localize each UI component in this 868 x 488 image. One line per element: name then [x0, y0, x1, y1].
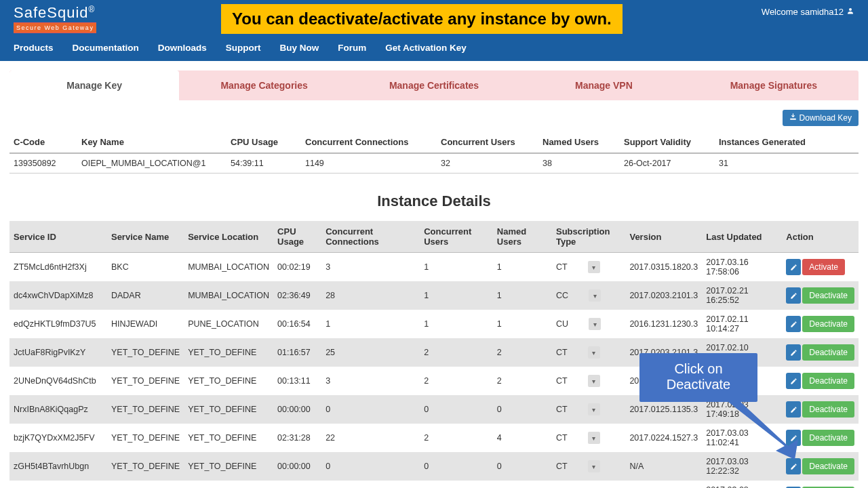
- nav-link-get-activation-key[interactable]: Get Activation Key: [385, 43, 467, 53]
- inst-cell: 2: [493, 367, 552, 395]
- inst-cell: 00:00:00: [273, 452, 321, 481]
- inst-col-header: Concurrent Connections: [321, 221, 420, 253]
- inst-cell: 1: [493, 253, 552, 282]
- edit-button[interactable]: [786, 259, 801, 275]
- inst-cell: YET_TO_DEFINE: [107, 338, 184, 367]
- chevron-down-icon[interactable]: ▾: [588, 403, 600, 415]
- tab-manage-categories[interactable]: Manage Categories: [179, 70, 349, 100]
- inst-cell: 1: [420, 281, 493, 310]
- main-nav: ProductsDocumentationDownloadsSupportBuy…: [14, 33, 854, 61]
- download-icon: [789, 113, 797, 123]
- chevron-down-icon[interactable]: ▾: [588, 375, 600, 387]
- deactivate-button[interactable]: Deactivate: [802, 344, 854, 361]
- inst-cell: NrxIBnA8KiQqagPz: [9, 395, 107, 424]
- inst-cell: 2016.1231.1230.3: [625, 310, 702, 338]
- svg-marker-1: [720, 395, 798, 460]
- inst-cell: JMqwuZLQ6hzRCUY4: [9, 481, 107, 488]
- inst-cell: ZT5McLd6ntH2f3Xj: [9, 253, 107, 282]
- inst-cell: 0: [321, 452, 420, 481]
- registered-icon: ®: [89, 5, 96, 14]
- header: SafeSquid® Secure Web Gateway You can de…: [0, 0, 868, 61]
- deactivate-button[interactable]: Deactivate: [802, 430, 854, 446]
- inst-cell: YET_TO_DEFINE: [184, 367, 273, 395]
- tab-manage-certificates[interactable]: Manage Certificates: [349, 70, 519, 100]
- inst-cell: 25: [321, 338, 420, 367]
- nav-link-products[interactable]: Products: [14, 43, 54, 53]
- key-cell: 54:39:11: [226, 153, 301, 174]
- tab-manage-key[interactable]: Manage Key: [9, 70, 179, 100]
- deactivate-button[interactable]: Deactivate: [802, 458, 854, 474]
- nav-link-documentation[interactable]: Documentation: [73, 43, 139, 53]
- inst-cell: 1: [493, 310, 552, 338]
- edit-button[interactable]: [786, 344, 801, 361]
- inst-cell: 2UNeDnQV64dShCtb: [9, 367, 107, 395]
- inst-cell: 2017.0203.2101.3: [625, 281, 702, 310]
- edit-button[interactable]: [786, 373, 801, 389]
- nav-link-buy-now[interactable]: Buy Now: [280, 43, 319, 53]
- nav-link-support[interactable]: Support: [226, 43, 261, 53]
- inst-cell: YET_TO_DEFINE: [107, 424, 184, 452]
- inst-col-header: Named Users: [493, 221, 552, 253]
- table-row: edQzHKTL9fmD37U5HINJEWADIPUNE_LOCATION00…: [9, 310, 859, 338]
- inst-col-header: Action: [782, 221, 859, 253]
- edit-button[interactable]: [786, 287, 801, 304]
- key-col-header: Named Users: [538, 131, 620, 153]
- inst-cell: 1: [420, 310, 493, 338]
- inst-cell: 00:45:59: [273, 481, 321, 488]
- table-row: JMqwuZLQ6hzRCUY4YET_TO_DEFINEYET_TO_DEFI…: [9, 481, 859, 488]
- key-summary-table: C-CodeKey NameCPU UsageConcurrent Connec…: [9, 131, 859, 174]
- key-col-header: CPU Usage: [226, 131, 301, 153]
- table-row: ZT5McLd6ntH2f3XjBKCMUMBAI_LOCATION00:02:…: [9, 253, 859, 282]
- pencil-icon: [790, 378, 797, 385]
- welcome-text[interactable]: Welcome samidha12: [762, 4, 854, 17]
- inst-cell: 2017.03.16 17:58:06: [702, 253, 782, 282]
- inst-cell: YET_TO_DEFINE: [184, 481, 273, 488]
- key-cell: 139350892: [9, 153, 77, 174]
- inst-cell: YET_TO_DEFINE: [107, 367, 184, 395]
- chevron-down-icon[interactable]: ▾: [588, 261, 600, 273]
- edit-button[interactable]: [786, 316, 801, 332]
- nav-link-forum[interactable]: Forum: [338, 43, 366, 53]
- subscription-cell: CT▾: [552, 395, 625, 424]
- inst-col-header: Service Name: [107, 221, 184, 253]
- inst-cell: 2: [420, 424, 493, 452]
- subscription-cell: CT▾: [552, 424, 625, 452]
- chevron-down-icon[interactable]: ▾: [588, 460, 600, 472]
- inst-cell: 01:16:57: [273, 338, 321, 367]
- key-col-header: Support Validity: [620, 131, 715, 153]
- inst-cell: JctUaF8RigPvIKzY: [9, 338, 107, 367]
- action-cell: Deactivate: [782, 310, 859, 338]
- logo: SafeSquid® Secure Web Gateway: [14, 4, 96, 33]
- deactivate-button[interactable]: Deactivate: [802, 287, 854, 304]
- deactivate-button[interactable]: Deactivate: [802, 316, 854, 332]
- inst-cell: 1: [420, 481, 493, 488]
- inst-cell: 3: [321, 367, 420, 395]
- tab-bar: Manage KeyManage CategoriesManage Certif…: [9, 70, 859, 100]
- chevron-down-icon[interactable]: ▾: [588, 432, 600, 444]
- deactivate-button[interactable]: Deactivate: [802, 401, 854, 418]
- chevron-down-icon[interactable]: ▾: [589, 318, 601, 330]
- chevron-down-icon[interactable]: ▾: [589, 289, 601, 302]
- inst-cell: 4: [493, 424, 552, 452]
- key-col-header: Instances Generated: [715, 131, 859, 153]
- chevron-down-icon[interactable]: ▾: [588, 346, 600, 359]
- inst-cell: HINJEWADI: [107, 310, 184, 338]
- tab-manage-signatures[interactable]: Manage Signatures: [689, 70, 859, 100]
- tab-manage-vpn[interactable]: Manage VPN: [519, 70, 688, 100]
- section-title: Instance Details: [9, 174, 859, 221]
- inst-cell: 0: [420, 395, 493, 424]
- inst-cell: 2017.03.08 16:12:14: [702, 481, 782, 488]
- pencil-icon: [790, 292, 797, 300]
- nav-link-downloads[interactable]: Downloads: [158, 43, 207, 53]
- deactivate-button[interactable]: Deactivate: [802, 373, 854, 389]
- action-cell: Deactivate: [782, 281, 859, 310]
- subscription-cell: CC▾: [552, 281, 625, 310]
- logo-text: SafeSquid: [14, 4, 89, 21]
- logo-tagline: Secure Web Gateway: [14, 22, 96, 33]
- table-row: dc4xwChVDapXiMz8DADARMUMBAI_LOCATION02:3…: [9, 281, 859, 310]
- download-key-button[interactable]: Download Key: [783, 110, 859, 126]
- activate-button[interactable]: Activate: [802, 259, 845, 275]
- inst-cell: MUMBAI_LOCATION: [184, 281, 273, 310]
- key-col-header: C-Code: [9, 131, 77, 153]
- key-cell: 1149: [301, 153, 437, 174]
